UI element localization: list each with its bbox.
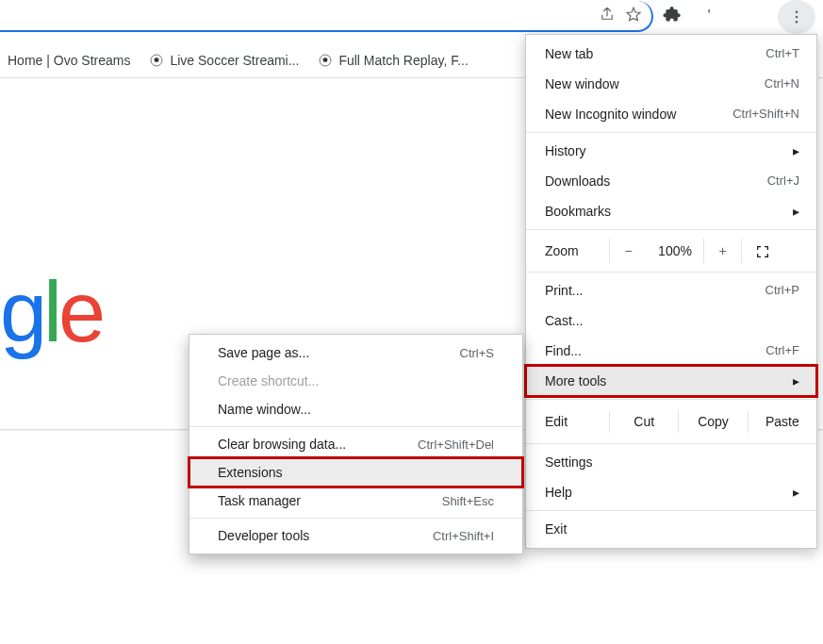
- chevron-right-icon: ▸: [793, 203, 799, 220]
- bookmark-item[interactable]: Full Match Replay, F...: [318, 53, 468, 68]
- menu-item-incognito[interactable]: New Incognito windowCtrl+Shift+N: [526, 99, 816, 129]
- edit-paste-button[interactable]: Paste: [748, 410, 816, 433]
- menu-item-more-tools[interactable]: More tools▸: [526, 366, 816, 396]
- soccer-icon: [149, 53, 164, 68]
- submenu-item-clear-data[interactable]: Clear browsing data...Ctrl+Shift+Del: [189, 430, 522, 458]
- menu-item-print[interactable]: Print...Ctrl+P: [526, 275, 816, 305]
- submenu-item-create-shortcut: Create shortcut...: [189, 367, 522, 395]
- more-tools-submenu: Save page as...Ctrl+S Create shortcut...…: [189, 334, 523, 554]
- bookmark-item[interactable]: Home | Ovo Streams: [8, 53, 130, 68]
- reading-list-icon[interactable]: [694, 5, 713, 24]
- bookmark-item[interactable]: Live Soccer Streami...: [149, 53, 299, 68]
- menu-item-exit[interactable]: Exit: [526, 514, 816, 544]
- toolbar-right-icons: [663, 5, 713, 24]
- bookmark-label: Live Soccer Streami...: [170, 53, 299, 68]
- google-logo-fragment: gle: [0, 264, 102, 361]
- menu-separator: [526, 272, 816, 272]
- menu-item-bookmarks[interactable]: Bookmarks▸: [526, 196, 816, 226]
- submenu-item-extensions[interactable]: Extensions: [189, 458, 522, 487]
- menu-separator: [526, 443, 816, 444]
- zoom-value: 100%: [647, 239, 703, 263]
- submenu-item-task-manager[interactable]: Task managerShift+Esc: [189, 487, 522, 515]
- menu-item-zoom: Zoom − 100% +: [526, 233, 816, 269]
- star-icon[interactable]: [625, 6, 642, 23]
- menu-separator: [526, 510, 816, 511]
- svg-point-0: [796, 10, 798, 13]
- chrome-menu-button[interactable]: [778, 0, 815, 34]
- omnibox[interactable]: [0, 1, 653, 32]
- menu-item-find[interactable]: Find...Ctrl+F: [526, 336, 816, 366]
- fullscreen-icon: [755, 244, 770, 259]
- soccer-icon: [318, 53, 333, 68]
- svg-point-1: [796, 16, 798, 19]
- zoom-in-button[interactable]: +: [703, 239, 741, 263]
- bookmark-label: Full Match Replay, F...: [338, 53, 468, 68]
- submenu-item-dev-tools[interactable]: Developer toolsCtrl+Shift+I: [189, 521, 522, 550]
- menu-item-settings[interactable]: Settings: [526, 447, 816, 477]
- bookmark-label: Home | Ovo Streams: [8, 53, 130, 68]
- menu-separator: [526, 399, 816, 400]
- share-icon[interactable]: [599, 6, 616, 23]
- menu-item-new-tab[interactable]: New tabCtrl+T: [526, 39, 816, 69]
- chevron-right-icon: ▸: [793, 484, 799, 501]
- chevron-right-icon: ▸: [793, 372, 799, 389]
- edit-cut-button[interactable]: Cut: [609, 410, 678, 433]
- address-bar: [0, 0, 823, 34]
- menu-separator: [189, 518, 522, 519]
- submenu-item-save-page[interactable]: Save page as...Ctrl+S: [189, 339, 522, 367]
- menu-item-downloads[interactable]: DownloadsCtrl+J: [526, 166, 816, 196]
- omnibox-action-icons: [599, 6, 642, 23]
- menu-separator: [526, 229, 816, 230]
- kebab-icon: [788, 8, 805, 25]
- menu-item-history[interactable]: History▸: [526, 136, 816, 166]
- fullscreen-button[interactable]: [741, 239, 782, 263]
- edit-copy-button[interactable]: Copy: [678, 410, 747, 433]
- chevron-right-icon: ▸: [793, 142, 799, 159]
- menu-item-edit-row: Edit Cut Copy Paste: [526, 403, 816, 440]
- zoom-out-button[interactable]: −: [609, 239, 647, 263]
- menu-item-help[interactable]: Help▸: [526, 477, 816, 507]
- menu-item-new-window[interactable]: New windowCtrl+N: [526, 69, 816, 99]
- submenu-item-name-window[interactable]: Name window...: [189, 395, 522, 423]
- menu-item-cast[interactable]: Cast...: [526, 305, 816, 336]
- chrome-main-menu: New tabCtrl+T New windowCtrl+N New Incog…: [525, 34, 817, 549]
- menu-separator: [526, 132, 816, 133]
- extensions-puzzle-icon[interactable]: [663, 5, 682, 24]
- menu-separator: [189, 426, 522, 427]
- svg-point-2: [796, 21, 798, 24]
